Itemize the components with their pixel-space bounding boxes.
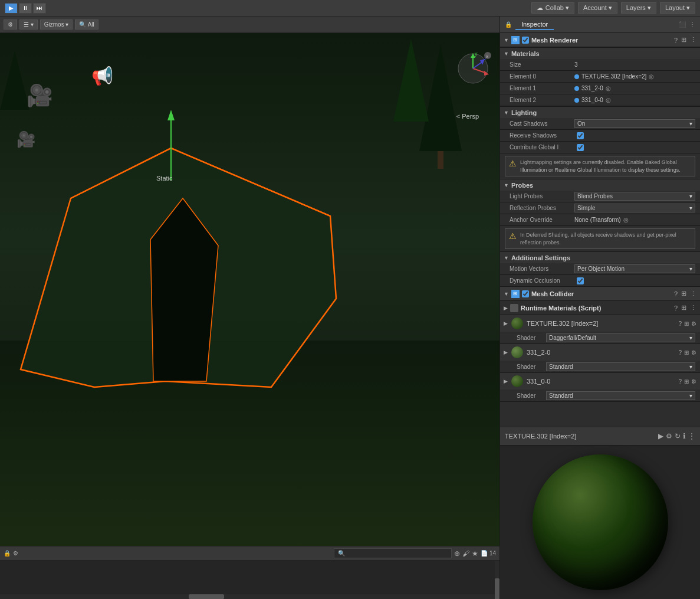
element0-picker[interactable]: ◎	[649, 73, 654, 80]
menu-icon-rm[interactable]: ⋮	[690, 304, 696, 312]
reflection-probes-dropdown[interactable]: Simple ▾	[574, 204, 695, 212]
mesh-collider-header[interactable]: ▼ ⊞ Mesh Collider ? ⊞ ⋮	[500, 287, 700, 301]
settings-icon-rm[interactable]: ⊞	[681, 304, 686, 312]
cloud-icon: ☁	[537, 4, 543, 12]
help-icon[interactable]: ?	[674, 37, 678, 44]
materials-section-header[interactable]: ▼ Materials	[500, 47, 700, 59]
material-collapse-0[interactable]: ▶	[504, 320, 508, 326]
cast-shadows-dropdown[interactable]: On ▾	[574, 119, 695, 128]
element0-dot	[574, 74, 579, 79]
shader-dropdown-2[interactable]: Standard ▾	[546, 391, 695, 400]
element0-row: Element 0 TEXTURE.302 [Index=2] ◎	[500, 71, 700, 83]
mesh-renderer-checkbox[interactable]	[522, 37, 529, 44]
mat-help-2[interactable]: ?	[678, 378, 682, 385]
svg-text:y: y	[475, 51, 478, 57]
mesh-renderer-header[interactable]: ▼ ⊞ Mesh Renderer ? ⊞ ⋮	[500, 33, 700, 47]
help-icon-mc[interactable]: ?	[674, 290, 678, 297]
account-button[interactable]: Account ▾	[578, 2, 617, 14]
material-actions-1: ? ⊞ ⚙	[678, 349, 696, 356]
material-collapse-1[interactable]: ▶	[504, 349, 508, 355]
shader-dropdown-0[interactable]: Daggerfall/Default ▾	[546, 333, 695, 342]
light-probes-row: Light Probes Blend Probes ▾	[500, 191, 700, 202]
inspector-menu-icon[interactable]: ⋮	[689, 21, 695, 28]
material-item-0: ▶ TEXTURE.302 [Index=2] ? ⊞ ⚙ Shader Dag…	[500, 315, 700, 344]
contribute-global-checkbox[interactable]	[577, 144, 584, 151]
mat-menu-2[interactable]: ⚙	[691, 378, 696, 385]
mesh-collider-checkbox[interactable]	[522, 290, 529, 297]
element2-picker[interactable]: ◎	[606, 97, 611, 103]
lighting-section-header[interactable]: ▼ Lighting	[500, 106, 700, 118]
mat-settings-2[interactable]: ⊞	[684, 378, 689, 385]
preview-info[interactable]: ℹ	[683, 432, 686, 440]
element1-dot	[574, 86, 579, 91]
menu-icon-mc[interactable]: ⋮	[690, 290, 696, 297]
mat-help-0[interactable]: ?	[678, 320, 682, 327]
light-probes-dropdown[interactable]: Blend Probes ▾	[574, 192, 695, 201]
viewport-settings-button[interactable]: ⚙	[4, 19, 17, 30]
deferred-warning-box: ⚠ In Deferred Shading, all objects recei…	[505, 228, 695, 249]
mesh-renderer-label: Mesh Renderer	[531, 37, 672, 44]
static-label: Static	[156, 175, 173, 182]
mat-settings-0[interactable]: ⊞	[684, 320, 689, 327]
dropdown-arrow-mv: ▾	[689, 266, 692, 272]
viewport-scene[interactable]: 📢 🎥 🎥 Static < Persp	[0, 33, 499, 546]
receive-shadows-checkbox[interactable]	[577, 132, 584, 139]
shader-label-0: Shader	[517, 335, 546, 341]
additional-label: Additional Settings	[511, 254, 570, 261]
probes-section-header[interactable]: ▼ Probes	[500, 179, 700, 191]
materials-label: Materials	[511, 50, 540, 57]
material-ball-0	[511, 317, 523, 329]
search-input[interactable]	[334, 548, 452, 558]
viewport-all-button[interactable]: 🔍 All	[75, 19, 98, 30]
mat-settings-1[interactable]: ⊞	[684, 349, 689, 356]
mat-menu-0[interactable]: ⚙	[691, 320, 696, 327]
anchor-override-text: None (Transform)	[574, 217, 621, 223]
material-name-2: 331_0-0	[527, 378, 675, 385]
mat-help-1[interactable]: ?	[678, 349, 682, 356]
contribute-global-label: Contribute Global I	[510, 144, 574, 150]
viewport-mode-button[interactable]: ☰ ▾	[19, 19, 38, 30]
preview-play[interactable]: ▶	[658, 432, 663, 440]
bottom-scrollbar-h[interactable]	[0, 594, 495, 599]
preview-refresh[interactable]: ↻	[675, 432, 681, 440]
element1-name: 331_2-0	[581, 85, 603, 91]
lock-icon-inspector: 🔒	[505, 21, 512, 28]
runtime-materials-arrow[interactable]: ▶	[504, 305, 508, 311]
inspector-tab[interactable]: Inspector	[515, 19, 554, 30]
settings-icon: ⚙	[13, 550, 18, 557]
bottom-scrollbar-v[interactable]	[495, 561, 499, 594]
pause-button[interactable]: ⏸	[19, 3, 32, 14]
help-icon-rm[interactable]: ?	[674, 305, 678, 312]
dropdown-arrow-lp: ▾	[689, 193, 692, 199]
anchor-override-value: None (Transform) ◎	[574, 217, 695, 223]
cast-shadows-label: Cast Shadows	[510, 120, 574, 127]
step-button[interactable]: ⏭	[33, 3, 46, 14]
element0-name: TEXTURE.302 [Index=2]	[581, 73, 646, 80]
element1-picker[interactable]: ◎	[606, 85, 611, 91]
anchor-picker[interactable]: ◎	[623, 217, 629, 223]
dynamic-occlusion-checkbox[interactable]	[577, 277, 584, 284]
preview-menu[interactable]: ⋮	[688, 432, 695, 440]
preview-search[interactable]: ⚙	[666, 432, 672, 440]
motion-vectors-dropdown[interactable]: Per Object Motion ▾	[574, 264, 695, 273]
play-button[interactable]: ▶	[5, 3, 18, 14]
layers-button[interactable]: Layers ▾	[621, 2, 656, 14]
settings-icon-mc[interactable]: ⊞	[681, 290, 686, 297]
settings-icon-mr[interactable]: ⊞	[681, 36, 686, 44]
motion-vectors-row: Motion Vectors Per Object Motion ▾	[500, 263, 700, 275]
runtime-materials-header[interactable]: ▶ Runtime Materials (Script) ? ⊞ ⋮	[500, 301, 700, 315]
motion-vectors-value: Per Object Motion ▾	[574, 264, 695, 273]
menu-icon-mr[interactable]: ⋮	[690, 36, 696, 44]
material-collapse-2[interactable]: ▶	[504, 378, 508, 384]
layout-button[interactable]: Layout ▾	[660, 2, 695, 14]
collapse-arrow[interactable]: ▼	[504, 37, 509, 43]
mesh-collider-arrow[interactable]: ▼	[504, 291, 509, 297]
shader-dropdown-1[interactable]: Standard ▾	[546, 362, 695, 371]
dropdown-arrow-rp: ▾	[689, 205, 692, 211]
mesh-collider-label: Mesh Collider	[531, 290, 672, 297]
collab-button[interactable]: ☁ Collab ▾	[531, 2, 574, 14]
gizmos-button[interactable]: Gizmos ▾	[40, 19, 73, 30]
additional-section-header[interactable]: ▼ Additional Settings	[500, 251, 700, 263]
mat-menu-1[interactable]: ⚙	[691, 349, 696, 356]
element0-value: TEXTURE.302 [Index=2] ◎	[574, 73, 695, 80]
